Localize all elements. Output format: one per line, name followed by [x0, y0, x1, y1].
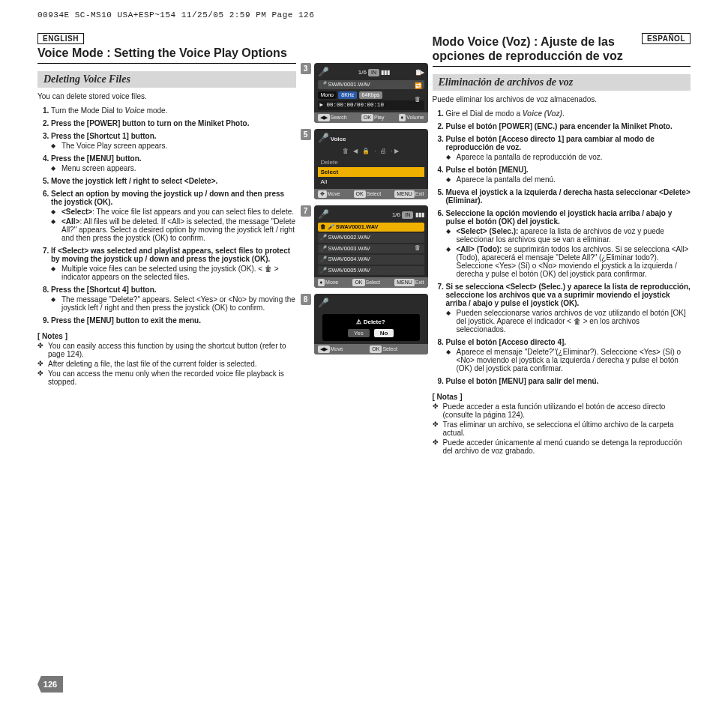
trash-icon: 🗑 — [415, 244, 425, 252]
step-8: Pulse el botón [Acceso directo 4]. Apare… — [446, 338, 691, 372]
step-4: Pulse el botón [MENU]. Aparece la pantal… — [446, 166, 691, 184]
steps-en: Turn the Mode Dial to Voice mode. Press … — [37, 106, 296, 325]
step-9: Press the [MENU] button to exit the menu… — [51, 316, 296, 325]
notes-en: You can easily access this function by u… — [37, 342, 296, 386]
list-icon: 📋 — [415, 68, 425, 76]
battery-icon: ▮▮▮ — [415, 211, 424, 219]
mic-icon: 🎤 — [318, 208, 329, 221]
step-1: Turn the Mode Dial to Voice mode. — [51, 106, 296, 115]
step-3: Pulse el botón [Acceso directo 1] para c… — [446, 135, 691, 161]
notes-head-es: [ Notas ] — [433, 393, 691, 401]
trash-icon: 🗑 — [320, 223, 326, 230]
steps-es: Gire el Dial de modo a Voice (Voz). Puls… — [433, 109, 691, 385]
mic-icon: 🎤 — [318, 133, 329, 143]
no-button: No — [374, 329, 394, 337]
step-3: Press the [Shortcut 1] button. The Voice… — [51, 132, 296, 150]
battery-icon: ▮▮▮ — [381, 68, 390, 76]
screenshot-3: 3 🎤 1/6 IN ▮▮▮ ▶ 🎤 SWAV0001.WAV Mono 8KH… — [301, 63, 428, 123]
screenshot-8: 8 🎤 ⚠ Delete? Yes No ◀▶Move OKSelect — [301, 294, 428, 355]
notes-es: Puede acceder a esta función utilizando … — [433, 402, 691, 455]
step-6: Seleccione la opción moviendo el joystic… — [446, 209, 691, 278]
step-6: Select an option by moving the joystick … — [51, 190, 296, 242]
subhead-en: Deleting Voice Files — [37, 71, 296, 88]
lang-badge-es: ESPAÑOL — [642, 33, 691, 44]
yes-button: Yes — [348, 329, 370, 337]
step-8: Press the [Shortcut 4] button. The messa… — [51, 286, 296, 312]
dpof-icon: 🖨 — [380, 147, 386, 155]
divider — [37, 63, 296, 64]
print-slug: 00934E SC-MS10 USA+ESP~154 11/25/05 2:59… — [37, 10, 691, 19]
intro-es: Puede eliminar los archivos de voz almac… — [433, 95, 691, 103]
step-5: Mueva el joystick a la izquierda / derec… — [446, 188, 691, 205]
divider — [433, 66, 691, 67]
step-2: Press the [POWER] button to turn on the … — [51, 119, 296, 127]
screenshot-7: 7 🎤 1/6 IN ▮▮▮ 🗑 🎤 SWAV0001.WAV 🎤 SWAV00… — [301, 205, 428, 288]
step-1: Gire el Dial de modo a Voice (Voz). — [446, 109, 691, 118]
step-4: Press the [MENU] button. Menu screen app… — [51, 154, 296, 172]
intro-en: You can delete stored voice files. — [37, 92, 296, 100]
subhead-es: Eliminación de archivos de voz — [433, 74, 691, 91]
delete-dialog: ⚠ Delete? Yes No — [322, 314, 420, 341]
warning-icon: ⚠ — [356, 319, 361, 325]
title-en: Voice Mode : Setting the Voice Play Opti… — [37, 46, 296, 60]
mic-icon: 🎤 — [318, 66, 329, 79]
step-9: Pulse el botón [MENU] para salir del men… — [446, 377, 691, 385]
repeat-icon: 🔁 — [415, 82, 425, 90]
screenshot-5: 5 🎤 Voice 🗑◀ 🔒 · 🖨 · ▶ Delete Select All… — [301, 129, 428, 199]
trash-icon: 🗑 — [415, 95, 425, 103]
lang-badge-en: ENGLISH — [37, 33, 84, 44]
title-es: Modo Voice (Voz) : Ajuste de las opcione… — [433, 34, 634, 63]
page-number: 126 — [37, 676, 63, 693]
step-5: Move the joystick left / right to select… — [51, 177, 296, 185]
trash-icon: 🗑 — [343, 147, 349, 155]
mic-icon: 🎤 — [318, 297, 329, 310]
step-7: Si se selecciona <Select> (Selec.) y apa… — [446, 283, 691, 334]
lock-icon: 🔒 — [362, 147, 370, 155]
notes-head-en: [ Notes ] — [37, 332, 296, 340]
step-7: If <Select> was selected and playlist ap… — [51, 247, 296, 281]
step-2: Pulse el botón [POWER] (ENC.) para encen… — [446, 122, 691, 130]
